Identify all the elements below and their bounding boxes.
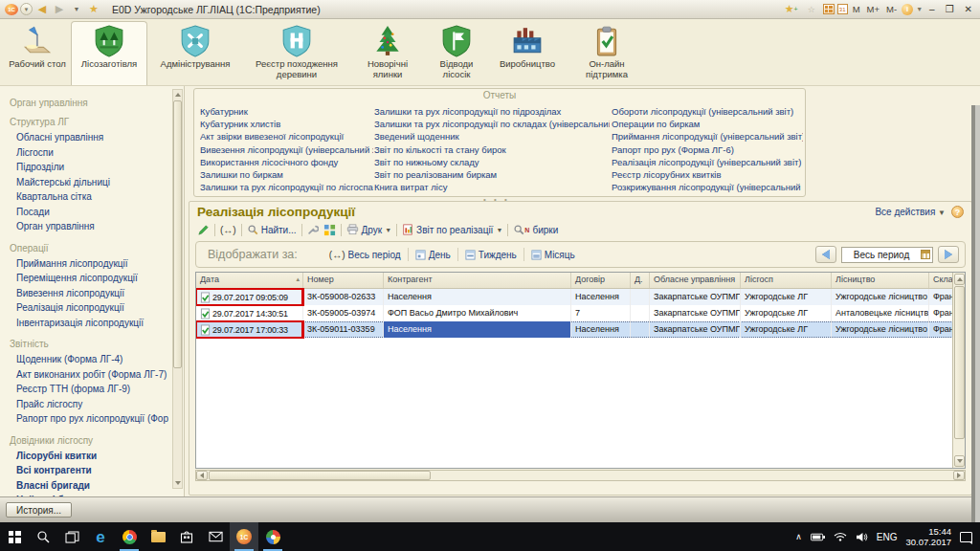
sales-report-button[interactable]: Звіт по реалізації▼ xyxy=(402,224,502,235)
sidebar-item[interactable]: Лісорубні квитки xyxy=(10,449,168,464)
start-button[interactable] xyxy=(0,522,29,551)
tab-workdesk[interactable]: Рабочий стол xyxy=(6,21,69,85)
scroll-up-icon[interactable] xyxy=(173,90,182,99)
tray-expand-icon[interactable]: ∧ xyxy=(795,532,802,541)
find-button[interactable]: Найти... xyxy=(247,224,297,235)
cell-district[interactable]: Ужгородське лісництво xyxy=(832,289,929,305)
scrollbar-thumb[interactable] xyxy=(954,286,965,439)
cell-counterparty[interactable]: Населення xyxy=(384,289,571,305)
period-month-button[interactable]: Місяць xyxy=(524,250,582,260)
cell-number[interactable]: 3К-059005-03974 xyxy=(303,305,384,321)
back-icon[interactable]: ◀ xyxy=(34,3,50,16)
battery-icon[interactable] xyxy=(811,533,825,541)
report-link[interactable]: Залишки та рух лісопродукції по лісгоспа… xyxy=(200,181,373,193)
task-view-button[interactable] xyxy=(57,522,86,551)
settings-button[interactable] xyxy=(307,224,319,235)
sidebar-item[interactable]: Орган управління xyxy=(10,219,168,234)
forward-icon[interactable]: ▶ xyxy=(52,3,67,16)
column-header[interactable]: Лісгосп xyxy=(741,273,832,288)
tags-button[interactable]: N бирки xyxy=(513,224,558,235)
cell-date[interactable]: 29.07.2017 17:00:33 xyxy=(196,321,303,338)
close-button[interactable]: ✕ xyxy=(961,4,976,14)
tab-xmas-trees[interactable]: Новорічні ялинки xyxy=(352,21,423,85)
sidebar-item[interactable]: Приймання лісопродукції xyxy=(10,256,168,272)
set-period-button[interactable]: (↔) xyxy=(220,225,236,235)
favorites-star-icon[interactable]: ★ xyxy=(86,3,101,16)
sidebar-item[interactable]: Обласні управління xyxy=(10,130,168,145)
edit-button[interactable] xyxy=(197,224,210,236)
report-link[interactable]: Приймання лісопродукції (універсальний з… xyxy=(612,130,803,143)
restore-button[interactable]: ❐ xyxy=(942,4,958,14)
cell-date[interactable]: 29.07.2017 14:30:51 xyxy=(196,305,303,321)
tab-wood-origin-registry[interactable]: Реєстр походження деревини xyxy=(243,21,350,85)
table-row[interactable]: 29.07.2017 09:05:093К-059008-02633Населе… xyxy=(196,289,965,305)
table-vertical-scrollbar[interactable] xyxy=(952,273,965,468)
cell-contract[interactable]: Населення xyxy=(571,321,631,338)
sidebar-scrollbar[interactable] xyxy=(172,89,183,489)
sidebar-item[interactable]: Квартальна сітка xyxy=(10,189,168,205)
tab-administration[interactable]: Адміністрування xyxy=(149,21,241,85)
cell-forestry[interactable]: Ужгородське ЛГ xyxy=(741,321,832,338)
report-link[interactable]: Кубатурник хлистів xyxy=(200,118,373,130)
column-header[interactable]: Д. xyxy=(631,273,650,288)
volume-icon[interactable] xyxy=(856,532,868,542)
wifi-icon[interactable] xyxy=(834,532,847,541)
column-header[interactable]: Номер xyxy=(303,273,384,288)
report-link[interactable]: Операции по биркам xyxy=(612,118,803,130)
calculator-icon[interactable] xyxy=(823,4,835,14)
sidebar-item[interactable]: Реалізація лісопродукції xyxy=(10,300,168,316)
previous-period-button[interactable] xyxy=(815,246,836,263)
sidebar-item[interactable]: Всі контрагенти xyxy=(10,463,168,478)
taskbar-search-button[interactable] xyxy=(29,522,57,551)
tab-forest-allotments[interactable]: Відводи лісосік xyxy=(425,21,488,85)
onec-app-button[interactable]: 1С xyxy=(230,522,258,551)
minimize-button[interactable]: – xyxy=(925,4,939,14)
cell-contract[interactable]: 7 xyxy=(571,305,631,321)
sidebar-item[interactable]: Реєстр ТТН (форма ЛГ-9) xyxy=(10,382,168,397)
scroll-left-icon[interactable] xyxy=(196,471,208,480)
cell-counterparty[interactable]: ФОП Васьо Дмитро Михайлович xyxy=(384,305,571,321)
scroll-down-icon[interactable] xyxy=(954,455,965,467)
report-link[interactable]: Залишки та рух лісопродукції по підрозді… xyxy=(374,105,610,118)
cell-d[interactable] xyxy=(631,305,650,321)
chrome-button[interactable] xyxy=(115,522,144,551)
report-link[interactable]: Обороти лісопродукції (універсальний зві… xyxy=(612,105,803,118)
history-dropdown-icon[interactable]: ▼ xyxy=(69,3,84,16)
cell-region[interactable]: Закарпатське ОУПМГ xyxy=(650,289,741,305)
sidebar-item[interactable]: Щоденник (Форма ЛГ-4) xyxy=(10,352,168,367)
cell-number[interactable]: 3К-059011-03359 xyxy=(303,321,384,338)
info-icon[interactable]: i xyxy=(902,4,913,15)
scrollbar-thumb[interactable] xyxy=(209,471,431,480)
report-link[interactable]: Реалізація лісопродукції (універсальний … xyxy=(612,156,803,168)
memory-mminus-button[interactable]: M- xyxy=(884,4,899,14)
cell-district[interactable]: Анталовецьке лісництво xyxy=(832,305,929,321)
language-indicator[interactable]: ENG xyxy=(877,532,898,542)
structure-button[interactable] xyxy=(323,224,336,236)
menu-dropdown-icon[interactable]: ▼ xyxy=(20,3,33,15)
period-all-button[interactable]: (↔) Весь період xyxy=(323,250,408,260)
sidebar-item[interactable]: Вивезення лісопродукції xyxy=(10,286,168,301)
info-dropdown-icon[interactable]: ▼ xyxy=(916,6,923,12)
next-period-button[interactable] xyxy=(938,246,959,263)
cell-region[interactable]: Закарпатське ОУПМГ xyxy=(650,321,741,338)
report-link[interactable]: Реєстр лісорубних квитків xyxy=(612,168,803,181)
report-link[interactable]: Книга витрат лісу xyxy=(374,181,610,193)
memory-mplus-button[interactable]: M+ xyxy=(865,4,881,14)
period-picker-icon[interactable] xyxy=(921,250,930,259)
cell-contract[interactable]: Населення xyxy=(571,289,631,305)
notification-center-icon[interactable] xyxy=(960,532,972,542)
sidebar-item[interactable]: Посади xyxy=(10,205,168,220)
add-favorite-icon[interactable]: ★+ xyxy=(784,3,799,16)
cell-d[interactable] xyxy=(631,321,650,338)
report-link[interactable]: Звіт по нижньому складу xyxy=(374,156,610,168)
mail-button[interactable] xyxy=(201,522,230,551)
report-link[interactable]: Розкрижування лісопродукції (універсальн… xyxy=(612,181,803,193)
cell-forestry[interactable]: Ужгородське ЛГ xyxy=(741,305,832,321)
clock[interactable]: 15:4430.07.2017 xyxy=(905,526,951,547)
scroll-up-icon[interactable] xyxy=(954,274,965,285)
report-link[interactable]: Рапорт про рух (Форма ЛГ-6) xyxy=(612,143,803,156)
file-explorer-button[interactable] xyxy=(144,522,172,551)
tab-online-support[interactable]: Он-лайн підтримка xyxy=(567,21,647,85)
report-link[interactable]: Звіт по реалізованим биркам xyxy=(374,168,610,181)
column-header[interactable]: Лісництво xyxy=(832,273,929,288)
